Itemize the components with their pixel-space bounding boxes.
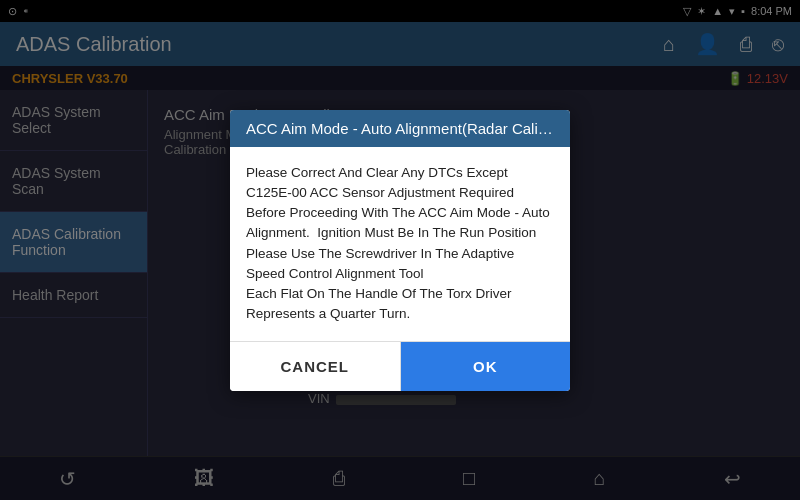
dialog-footer: CANCEL OK: [230, 341, 570, 391]
dialog: ACC Aim Mode - Auto Alignment(Radar Cali…: [230, 110, 570, 391]
dialog-body: Please Correct And Clear Any DTCs Except…: [230, 147, 570, 341]
dialog-body-text: Please Correct And Clear Any DTCs Except…: [246, 165, 550, 322]
dialog-title: ACC Aim Mode - Auto Alignment(Radar Cali…: [230, 110, 570, 147]
dialog-overlay: ACC Aim Mode - Auto Alignment(Radar Cali…: [0, 0, 800, 500]
ok-button[interactable]: OK: [401, 342, 571, 391]
cancel-button[interactable]: CANCEL: [230, 342, 401, 391]
